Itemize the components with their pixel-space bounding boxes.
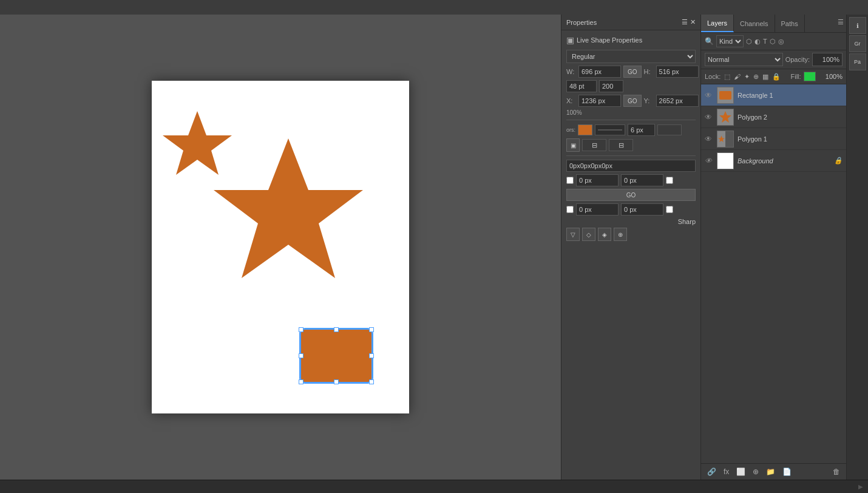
handle-mr[interactable]	[369, 353, 374, 358]
handle-tr[interactable]	[369, 327, 374, 332]
layer-item-background[interactable]: 👁 Background 🔒	[701, 150, 846, 172]
layers-tabs: Layers Channels Paths ☰	[701, 15, 846, 33]
pixel-filter-icon[interactable]: ⬡	[746, 38, 752, 46]
pt-input[interactable]	[566, 80, 597, 92]
padding-input[interactable]	[566, 160, 696, 172]
corner-checkbox-4[interactable]	[666, 206, 673, 213]
blend-mode-select[interactable]: Normal	[705, 53, 783, 66]
layers-menu-btn[interactable]: ☰	[835, 15, 846, 32]
width-go-btn[interactable]: GO	[623, 66, 642, 78]
corner-input-2[interactable]	[621, 174, 663, 186]
properties-panel-header: Properties ☰ ✕	[561, 15, 700, 30]
handle-bl[interactable]	[299, 379, 303, 384]
stroke-width-input[interactable]	[628, 124, 655, 136]
height-input[interactable]	[656, 66, 699, 78]
shape-icon: ▣	[566, 35, 574, 45]
y-label: Y:	[644, 97, 654, 104]
corner-row-1	[566, 174, 696, 186]
fill-color-swatch[interactable]	[804, 72, 816, 81]
handle-bm[interactable]	[334, 379, 339, 384]
lock-board-btn[interactable]: ▦	[762, 73, 768, 81]
live-shape-section: ▣ Live Shape Properties	[566, 35, 696, 45]
align-btn-1[interactable]: ▣	[566, 138, 580, 152]
menu-icon[interactable]: ☰	[682, 18, 688, 26]
smart-filter-icon[interactable]: ◎	[778, 38, 784, 46]
layer-style-btn[interactable]: fx	[721, 466, 731, 477]
delete-layer-btn[interactable]: 🗑	[830, 466, 843, 477]
y-input[interactable]	[656, 95, 699, 107]
layer-eye-polygon1[interactable]: 👁	[705, 135, 714, 143]
corner-checkbox-1[interactable]	[566, 177, 574, 184]
info-btn[interactable]: ℹ	[849, 17, 866, 34]
width-input[interactable]	[578, 66, 621, 78]
path-btn-1[interactable]: ▽	[566, 228, 580, 241]
go-button[interactable]: GO	[566, 189, 696, 201]
path-btn-3[interactable]: ◈	[598, 228, 611, 241]
corner-row-2	[566, 203, 696, 216]
rectangle-shape[interactable]	[300, 328, 373, 383]
opacity-input[interactable]	[812, 53, 843, 66]
sharp-row: Sharp	[566, 218, 696, 225]
layer-thumb-rectangle1	[717, 87, 734, 104]
layers-panel: Layers Channels Paths ☰ 🔍 Kind ⬡ ◐ T ⬡ ◎	[700, 15, 846, 480]
sharp-label: Sharp	[678, 218, 696, 225]
handle-br[interactable]	[369, 379, 374, 384]
adjustment-layer-btn[interactable]: ⊕	[750, 466, 761, 477]
go-row: GO	[566, 189, 696, 201]
tab-layers[interactable]: Layers	[701, 15, 734, 32]
regular-dropdown[interactable]: Regular	[566, 50, 696, 63]
new-layer-btn[interactable]: 📄	[780, 466, 794, 477]
num-200-input[interactable]	[599, 80, 623, 92]
layer-item-polygon2[interactable]: 👁 Polygon 2	[701, 106, 846, 128]
type-filter-icon[interactable]: T	[763, 38, 767, 45]
layer-thumb-background	[717, 152, 734, 169]
layer-eye-rectangle1[interactable]: 👁	[705, 91, 714, 100]
layers-footer: 🔗 fx ⬜ ⊕ 📁 📄 🗑	[701, 463, 846, 480]
corner-input-3[interactable]	[576, 203, 619, 216]
layers-toolbar: 🔍 Kind ⬡ ◐ T ⬡ ◎	[701, 33, 846, 50]
fill-color-swatch[interactable]	[578, 124, 592, 135]
fill-percent: 100%	[826, 73, 843, 80]
far-right-panel: ℹ Gr Pa	[846, 15, 868, 480]
stroke-preview	[595, 124, 625, 135]
layer-thumb-polygon1	[717, 131, 734, 148]
canvas-area[interactable]	[0, 15, 561, 480]
star-large-shape[interactable]	[206, 129, 370, 299]
handle-tl[interactable]	[299, 327, 303, 332]
layer-item-rectangle1[interactable]: 👁 Rectangle 1	[701, 84, 846, 106]
path-far-btn[interactable]: Pa	[849, 53, 866, 70]
layer-eye-polygon2[interactable]: 👁	[705, 113, 714, 121]
corner-checkbox-3[interactable]	[566, 206, 574, 213]
lock-all-btn[interactable]: 🔒	[772, 73, 781, 81]
handle-ml[interactable]	[299, 353, 303, 358]
tab-paths[interactable]: Paths	[775, 15, 805, 32]
regular-dropdown-row: Regular	[566, 50, 696, 63]
shape-filter-icon[interactable]: ⬡	[770, 38, 776, 46]
tab-channels[interactable]: Channels	[734, 15, 775, 32]
adjustment-filter-icon[interactable]: ◐	[754, 38, 761, 46]
corner-input-1[interactable]	[576, 174, 619, 186]
corner-checkbox-2[interactable]	[666, 177, 673, 184]
x-input[interactable]	[578, 95, 621, 107]
lock-paint-btn[interactable]: 🖌	[734, 73, 741, 80]
path-btn-4[interactable]: ⊕	[614, 228, 627, 241]
corner-input-4[interactable]	[621, 203, 663, 216]
gr-btn[interactable]: Gr	[849, 35, 866, 52]
link-layers-btn[interactable]: 🔗	[705, 466, 719, 477]
svg-marker-1	[214, 138, 363, 278]
kind-select[interactable]: Kind	[716, 35, 744, 47]
x-go-btn[interactable]: GO	[623, 95, 642, 107]
layer-mask-btn[interactable]: ⬜	[734, 466, 748, 477]
close-icon[interactable]: ✕	[690, 18, 696, 26]
lock-art-btn[interactable]: ✦	[744, 73, 750, 81]
stroke-cap[interactable]: ⊟	[609, 139, 633, 151]
handle-tm[interactable]	[334, 327, 339, 332]
lock-position-btn[interactable]: ⊕	[753, 73, 759, 81]
path-btn-2[interactable]: ◇	[582, 228, 595, 241]
panel-header-icons: ☰ ✕	[682, 18, 696, 26]
layer-eye-background[interactable]: 👁	[705, 157, 714, 165]
stroke-align[interactable]: ⊟	[582, 139, 606, 151]
new-group-btn[interactable]: 📁	[764, 466, 778, 477]
lock-transparent-btn[interactable]: ⬚	[724, 73, 730, 81]
layer-item-polygon1[interactable]: 👁 Polygon 1	[701, 128, 846, 150]
